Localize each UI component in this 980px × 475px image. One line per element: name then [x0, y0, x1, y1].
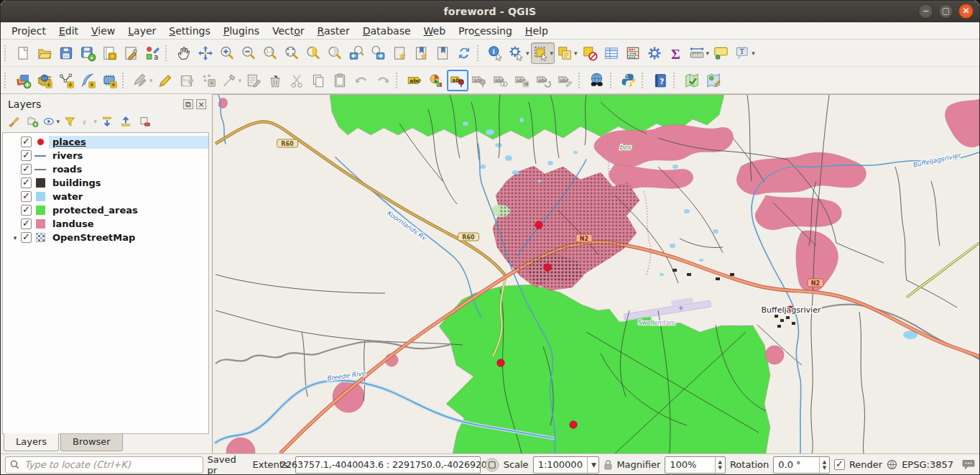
- layer-visibility-checkbox[interactable]: [21, 191, 32, 202]
- pin-labels-button[interactable]: ab: [447, 70, 468, 91]
- zoom-full-button[interactable]: [281, 42, 302, 64]
- chevron-down-icon[interactable]: ▼: [587, 457, 596, 473]
- maximize-button[interactable]: ▢: [938, 4, 953, 19]
- processing-toolbox-button[interactable]: [644, 42, 665, 64]
- open-layer-styling-button[interactable]: [5, 114, 22, 129]
- new-bookmark-button[interactable]: [389, 42, 410, 64]
- expander-icon[interactable]: ▾: [9, 234, 21, 241]
- zoom-last-button[interactable]: [346, 42, 367, 64]
- remove-layer-button[interactable]: [136, 114, 153, 129]
- extents-value[interactable]: 2263757.1,-4040043.6 : 2291750.0,-402692…: [295, 456, 481, 474]
- field-calculator-button[interactable]: [622, 42, 644, 64]
- toolbar-handle[interactable]: [122, 73, 127, 88]
- layer-name[interactable]: places: [49, 136, 208, 149]
- plugin-map-tools-button[interactable]: [703, 70, 724, 91]
- statistical-summary-button[interactable]: Σ: [665, 42, 687, 64]
- scale-combobox[interactable]: 1:100000 ▼: [533, 456, 599, 474]
- menu-layer[interactable]: Layer: [121, 24, 162, 38]
- layer-item-landuse[interactable]: landuse: [3, 217, 208, 231]
- menu-raster[interactable]: Raster: [311, 24, 356, 38]
- title-bar[interactable]: foreword - QGIS − ▢ ✕: [1, 1, 979, 22]
- pan-to-selection-button[interactable]: [195, 42, 216, 64]
- crs-status[interactable]: EPSG:3857: [902, 459, 953, 470]
- zoom-in-button[interactable]: [216, 42, 238, 64]
- close-button[interactable]: ✕: [958, 4, 974, 19]
- layer-visibility-checkbox[interactable]: [21, 150, 32, 161]
- plugin-map-check-button[interactable]: [681, 70, 703, 91]
- save-project-as-button[interactable]: [77, 42, 98, 64]
- layer-item-water[interactable]: water: [3, 190, 208, 203]
- layer-item-buildings[interactable]: buildings: [3, 176, 208, 190]
- toolbar-handle[interactable]: [610, 73, 615, 88]
- zoom-native-button[interactable]: 1:1: [259, 42, 281, 64]
- collapse-all-button[interactable]: [117, 114, 134, 129]
- layer-visibility-checkbox[interactable]: [21, 177, 32, 188]
- open-project-button[interactable]: [34, 42, 55, 64]
- tab-layers[interactable]: Layers: [4, 433, 59, 451]
- menu-settings[interactable]: Settings: [162, 24, 216, 38]
- identify-features-button[interactable]: i: [485, 42, 507, 64]
- new-shapefile-layer-button[interactable]: [55, 70, 77, 91]
- toolbar-handle[interactable]: [477, 45, 482, 61]
- layer-item-places[interactable]: places: [3, 135, 208, 149]
- layer-name[interactable]: buildings: [49, 177, 208, 190]
- save-project-button[interactable]: [55, 42, 77, 64]
- toolbar-handle[interactable]: [578, 73, 583, 88]
- panel-close-icon[interactable]: ×: [196, 99, 206, 109]
- style-manager-button[interactable]: a: [142, 42, 163, 64]
- toggle-editing-button[interactable]: [154, 70, 176, 91]
- help-contents-button[interactable]: ?: [650, 70, 671, 91]
- map-tips-button[interactable]: [711, 42, 732, 64]
- python-console-button[interactable]: [618, 70, 639, 91]
- tab-browser[interactable]: Browser: [60, 434, 123, 451]
- layer-visibility-checkbox[interactable]: [21, 164, 32, 175]
- toolbar-handle[interactable]: [4, 73, 9, 88]
- toolbar-handle[interactable]: [165, 45, 170, 61]
- toolbar-handle[interactable]: [673, 73, 678, 88]
- locate-input[interactable]: [23, 458, 198, 471]
- map-canvas[interactable]: ✈: [213, 94, 979, 453]
- layer-visibility-checkbox[interactable]: [21, 232, 32, 243]
- spin-up-icon[interactable]: ▲: [820, 459, 829, 465]
- messages-icon[interactable]: [962, 459, 975, 470]
- minimize-button[interactable]: −: [918, 4, 933, 19]
- lock-scale-icon[interactable]: [604, 459, 613, 470]
- layer-visibility-checkbox[interactable]: [21, 137, 32, 147]
- magnifier-spinbox[interactable]: 100% ▲▼: [665, 456, 726, 474]
- toolbar-handle[interactable]: [4, 45, 9, 61]
- menu-processing[interactable]: Processing: [452, 24, 519, 38]
- manage-map-themes-button[interactable]: ▾: [42, 114, 60, 129]
- zoom-next-button[interactable]: [367, 42, 389, 64]
- layer-item-rivers[interactable]: rivers: [3, 149, 208, 162]
- panel-float-icon[interactable]: ⧉: [183, 99, 193, 109]
- layer-visibility-checkbox[interactable]: [21, 218, 32, 229]
- select-by-value-button[interactable]: ▾: [555, 42, 579, 64]
- menu-web[interactable]: Web: [417, 24, 453, 38]
- zoom-to-layer-button[interactable]: [324, 42, 346, 64]
- menu-edit[interactable]: Edit: [52, 24, 85, 38]
- measure-button[interactable]: ▾: [687, 42, 711, 64]
- menu-project[interactable]: Project: [5, 24, 52, 38]
- new-geopackage-layer-button[interactable]: [34, 70, 55, 91]
- metasearch-button[interactable]: [586, 70, 608, 91]
- toolbar-handle[interactable]: [642, 73, 647, 88]
- render-checkbox[interactable]: [834, 459, 845, 470]
- refresh-button[interactable]: [453, 42, 475, 64]
- select-features-button[interactable]: ▾: [531, 42, 555, 64]
- deselect-all-button[interactable]: [579, 42, 601, 64]
- layer-name[interactable]: roads: [49, 163, 208, 176]
- locator-bar[interactable]: [5, 456, 203, 474]
- spin-up-icon[interactable]: ▲: [716, 459, 725, 465]
- layer-name[interactable]: OpenStreetMap: [49, 231, 208, 244]
- spin-down-icon[interactable]: ▼: [716, 465, 725, 471]
- menu-database[interactable]: Database: [356, 24, 417, 38]
- pan-map-button[interactable]: [173, 42, 195, 64]
- spin-down-icon[interactable]: ▼: [820, 465, 829, 471]
- menu-view[interactable]: View: [85, 24, 121, 38]
- filter-legend-button[interactable]: [61, 114, 78, 129]
- attribute-table-button[interactable]: [601, 42, 622, 64]
- text-annotation-button[interactable]: T▾: [732, 42, 757, 64]
- new-spatialite-layer-button[interactable]: [77, 70, 98, 91]
- new-print-layout-button[interactable]: [98, 42, 120, 64]
- layout-manager-button[interactable]: [120, 42, 142, 64]
